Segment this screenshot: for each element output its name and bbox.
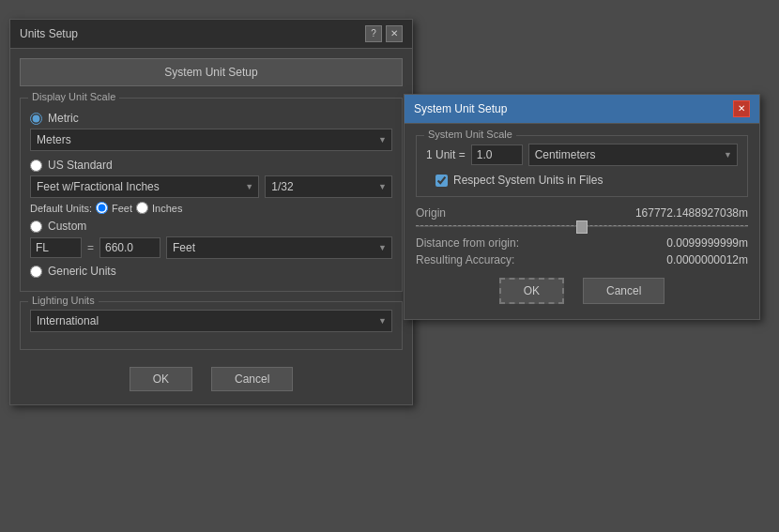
custom-unit-dropdown-wrapper: Feet Inches Meters [166,236,392,259]
system-unit-setup-dialog: System Unit Setup ✕ System Unit Scale 1 … [404,94,760,320]
metric-radio[interactable] [30,113,42,125]
lighting-dropdown[interactable]: International American [30,310,392,332]
generic-units-label: Generic Units [48,265,116,278]
inches-label: Inches [152,203,182,214]
unit-scale-row: 1 Unit = Millimeters Centimeters Meters … [426,144,738,166]
system-cancel-button[interactable]: Cancel [583,278,664,304]
metric-dropdown[interactable]: Meters Centimeters Millimeters Kilometer… [30,129,392,151]
metric-radio-row: Metric [30,112,392,125]
metric-label: Metric [48,112,79,125]
unit-prefix: 1 Unit = [426,148,466,161]
generic-units-radio[interactable] [30,266,42,278]
respect-units-checkbox[interactable] [435,175,448,187]
us-standard-dropdowns-row: Feet w/Fractional Inches Decimal Feet Fe… [30,175,392,198]
lighting-units-label: Lighting Units [28,295,99,306]
us-standard-label: US Standard [48,159,113,172]
metric-dropdown-wrapper: Meters Centimeters Millimeters Kilometer… [30,129,392,151]
distance-label: Distance from origin: [416,236,519,250]
inches-radio[interactable] [136,202,148,214]
generic-units-radio-row: Generic Units [30,265,392,278]
units-dialog-title: Units Setup [20,27,78,40]
origin-row: Origin 167772.1488927038m [416,206,748,220]
help-button[interactable]: ? [365,25,382,42]
units-dialog-titlebar: Units Setup ? ✕ [10,20,412,49]
system-dialog-title: System Unit Setup [414,102,507,115]
fraction-dropdown[interactable]: 1/2 1/4 1/8 1/16 1/32 1/64 [265,175,392,198]
display-unit-scale-label: Display Unit Scale [28,91,119,102]
default-units-label: Default Units: [30,203,92,214]
accuracy-label: Resulting Accuracy: [416,253,514,266]
default-units-row: Default Units: Feet Inches [30,202,392,214]
custom-value-input[interactable] [99,237,160,258]
system-dialog-content: System Unit Scale 1 Unit = Millimeters C… [405,124,759,319]
unit-type-dropdown-wrapper: Millimeters Centimeters Meters Inches Fe… [528,144,738,166]
system-dialog-buttons: OK Cancel [416,270,748,308]
system-unit-setup-button[interactable]: System Unit Setup [20,58,403,86]
equals-sign: = [87,241,94,254]
display-unit-scale-group: Display Unit Scale Metric Meters Centime… [20,98,403,292]
origin-label: Origin [416,206,446,220]
accuracy-row: Resulting Accuracy: 0.0000000012m [416,253,748,266]
custom-unit-dropdown[interactable]: Feet Inches Meters [166,236,392,259]
lighting-units-group: Lighting Units International American [20,301,403,350]
unit-value-input[interactable] [471,144,523,165]
feet-label: Feet [112,203,132,214]
respect-checkbox-row: Respect System Units in Files [435,174,738,187]
system-titlebar-buttons: ✕ [733,100,750,117]
us-standard-radio-row: US Standard [30,159,392,172]
system-ok-button[interactable]: OK [499,278,564,304]
respect-units-label: Respect System Units in Files [453,174,603,187]
accuracy-value: 0.0000000012m [666,253,748,266]
custom-row: = Feet Inches Meters [30,236,392,259]
units-cancel-button[interactable]: Cancel [211,367,293,391]
system-unit-scale-group: System Unit Scale 1 Unit = Millimeters C… [416,135,748,197]
units-setup-dialog: Units Setup ? ✕ System Unit Setup Displa… [9,19,413,405]
lighting-dropdown-wrapper: International American [30,310,392,332]
custom-label: Custom [48,220,86,233]
custom-unit-name-input[interactable] [30,237,82,258]
custom-radio-row: Custom [30,220,392,233]
us-type-dropdown-wrapper: Feet w/Fractional Inches Decimal Feet Fe… [30,175,259,198]
slider-track [416,225,748,227]
system-unit-scale-label: System Unit Scale [424,129,516,140]
us-type-dropdown[interactable]: Feet w/Fractional Inches Decimal Feet Fe… [30,175,259,198]
slider-thumb[interactable] [576,220,588,234]
units-dialog-content: System Unit Setup Display Unit Scale Met… [10,49,412,404]
units-ok-button[interactable]: OK [130,367,192,391]
system-dialog-titlebar: System Unit Setup ✕ [405,95,759,124]
unit-type-dropdown[interactable]: Millimeters Centimeters Meters Inches Fe… [528,144,738,166]
feet-radio[interactable] [96,202,108,214]
fraction-dropdown-wrapper: 1/2 1/4 1/8 1/16 1/32 1/64 [265,175,392,198]
titlebar-buttons: ? ✕ [365,25,403,42]
units-dialog-buttons: OK Cancel [20,359,403,395]
origin-value: 167772.1488927038m [635,206,748,220]
custom-radio[interactable] [30,220,42,233]
system-close-button[interactable]: ✕ [733,100,750,117]
distance-row: Distance from origin: 0.0099999999m [416,236,748,250]
close-button[interactable]: ✕ [386,25,403,42]
origin-slider-container [416,225,748,227]
us-standard-radio[interactable] [30,160,42,172]
distance-value: 0.0099999999m [666,236,748,250]
